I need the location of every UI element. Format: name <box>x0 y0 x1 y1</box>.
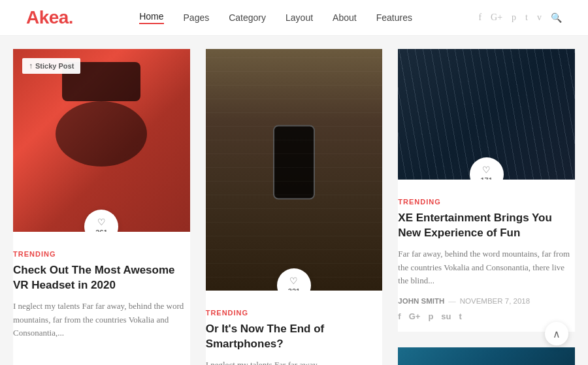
main-content: Sticky Post ♡ 261 TRENDING Check Out The… <box>0 36 588 365</box>
cards-grid: Sticky Post ♡ 261 TRENDING Check Out The… <box>13 49 575 365</box>
card-vr: Sticky Post ♡ 261 TRENDING Check Out The… <box>13 49 190 365</box>
heart-icon: ♡ <box>97 217 106 228</box>
card-xe-excerpt: Far far away, behind the word mountains,… <box>398 247 575 288</box>
header-icons: f G+ p t v 🔍 <box>478 12 562 24</box>
card-vr-image <box>13 49 190 232</box>
card-vr-image-wrap: Sticky Post ♡ 261 <box>13 49 190 232</box>
card-xe-body: TRENDING XE Entertainment Brings You New… <box>398 180 575 332</box>
trending-label: TRENDING <box>13 250 190 258</box>
scroll-to-top-button[interactable]: ∧ <box>545 322 568 345</box>
card-xe-title[interactable]: XE Entertainment Brings You New Experien… <box>398 211 575 241</box>
card-vr-title[interactable]: Check Out The Most Awesome VR Headset in… <box>13 263 190 293</box>
meta-dash: — <box>448 297 456 305</box>
googleplus-icon[interactable]: G+ <box>491 12 502 23</box>
like-count: 261 <box>95 229 107 232</box>
twitter-share-icon[interactable]: t <box>459 311 462 321</box>
card-phone-body: TRENDING Or It's Now The End of Smartpho… <box>206 291 383 365</box>
logo-dot: . <box>69 8 73 27</box>
trending-label: TRENDING <box>206 309 383 317</box>
card-xe: ♡ 171 TRENDING XE Entertainment Brings Y… <box>398 49 575 332</box>
nav-item-about[interactable]: About <box>333 12 357 23</box>
card-xe-col: ♡ 171 TRENDING XE Entertainment Brings Y… <box>398 49 575 365</box>
site-header: Akea. Home Pages Category Layout About F… <box>0 0 588 36</box>
facebook-icon[interactable]: f <box>478 12 482 23</box>
vimeo-icon[interactable]: v <box>537 12 542 23</box>
nav-item-home[interactable]: Home <box>139 11 163 24</box>
logo-text: Akea <box>26 7 69 27</box>
heart-icon: ♡ <box>482 165 491 176</box>
main-nav: Home Pages Category Layout About Feature… <box>139 11 412 24</box>
publish-date: NOVEMBER 7, 2018 <box>460 297 530 305</box>
nav-item-features[interactable]: Features <box>376 12 412 23</box>
card-xe-social: f G+ p su t <box>398 311 575 321</box>
nav-item-layout[interactable]: Layout <box>286 12 313 23</box>
card-phone-title[interactable]: Or It's Now The End of Smartphones? <box>206 322 383 352</box>
card-vr-excerpt: I neglect my talents Far far away, behin… <box>13 300 190 340</box>
card-xe-meta: JOHN SMITH — NOVEMBER 7, 2018 <box>398 297 575 305</box>
heart-icon: ♡ <box>289 276 298 287</box>
card-ocean <box>398 347 575 365</box>
card-phone: ♡ 321 TRENDING Or It's Now The End of Sm… <box>206 49 383 365</box>
card-xe-image-wrap: ♡ 171 <box>398 49 575 180</box>
site-logo[interactable]: Akea. <box>26 8 73 27</box>
like-count: 171 <box>480 176 492 180</box>
author-name: JOHN SMITH <box>398 297 444 305</box>
card-vr-body: TRENDING Check Out The Most Awesome VR H… <box>13 232 190 360</box>
facebook-share-icon[interactable]: f <box>398 311 400 321</box>
pinterest-share-icon[interactable]: p <box>428 311 433 321</box>
sticky-label: Sticky Post <box>35 62 74 70</box>
card-ocean-image <box>398 347 575 365</box>
nav-item-category[interactable]: Category <box>229 12 266 23</box>
card-phone-excerpt: I neglect my talents Far far away, <box>206 358 383 365</box>
stumbleupon-share-icon[interactable]: su <box>441 311 451 321</box>
card-phone-image-wrap: ♡ 321 <box>206 49 383 291</box>
like-count: 321 <box>288 287 300 291</box>
twitter-icon[interactable]: t <box>525 12 528 23</box>
chevron-up-icon: ∧ <box>553 328 561 340</box>
sticky-badge: Sticky Post <box>22 58 80 74</box>
googleplus-share-icon[interactable]: G+ <box>409 311 421 321</box>
card-phone-image <box>206 49 383 291</box>
pinterest-icon[interactable]: p <box>512 12 516 23</box>
search-icon[interactable]: 🔍 <box>551 12 562 24</box>
trending-label: TRENDING <box>398 198 575 206</box>
nav-item-pages[interactable]: Pages <box>184 12 210 23</box>
